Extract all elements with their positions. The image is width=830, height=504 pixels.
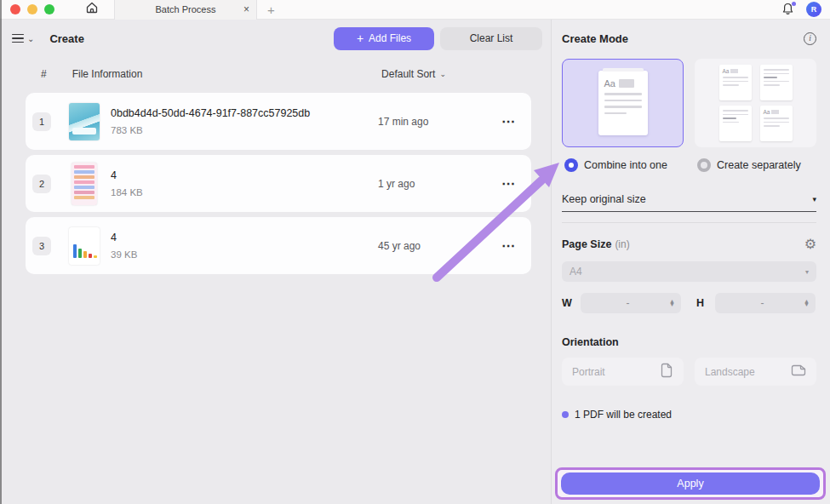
plus-icon: + bbox=[357, 32, 363, 44]
height-value: - bbox=[721, 297, 804, 309]
window-title-bar: Batch Process × + R bbox=[0, 0, 830, 20]
doc-sample-text: Aa bbox=[723, 68, 730, 74]
row-number-badge: 3 bbox=[32, 237, 51, 255]
radio-selected-icon bbox=[564, 158, 578, 172]
file-size: 39 KB bbox=[111, 249, 378, 260]
file-size: 184 KB bbox=[111, 187, 378, 198]
file-thumbnail bbox=[68, 163, 100, 204]
tab-title: Batch Process bbox=[156, 4, 216, 14]
file-size: 783 KB bbox=[111, 125, 378, 135]
doc-sample-text: Aa bbox=[604, 78, 615, 89]
user-avatar[interactable]: R bbox=[806, 2, 821, 17]
tab-batch-process[interactable]: Batch Process × bbox=[114, 0, 257, 20]
size-mode-dropdown[interactable]: Keep original size ▾ bbox=[562, 186, 816, 212]
file-name: 0bdb4d4d-50dd-4674-91f7-887cc57925db bbox=[111, 107, 378, 119]
page-size-label: Page Size bbox=[562, 238, 611, 250]
home-button[interactable] bbox=[80, 2, 104, 18]
stepper-arrows-icon[interactable]: ▲ ▼ bbox=[804, 300, 810, 306]
file-modified-time: 45 yr ago bbox=[378, 240, 490, 252]
default-sort-dropdown[interactable]: Default Sort ⌄ bbox=[381, 68, 446, 80]
doc-sample-text: Aa bbox=[764, 109, 770, 115]
table-row[interactable]: 3 4 39 KB 45 bbox=[26, 217, 531, 274]
home-icon bbox=[85, 1, 99, 18]
combine-into-one-radio[interactable]: Combine into one bbox=[564, 158, 697, 172]
landscape-button[interactable]: Landscape bbox=[695, 358, 816, 386]
status-text: 1 PDF will be created bbox=[575, 409, 672, 421]
minimize-window-button[interactable] bbox=[27, 4, 37, 14]
tab-close-icon[interactable]: × bbox=[243, 4, 249, 14]
add-files-button[interactable]: + Add Files bbox=[334, 27, 434, 50]
separate-radio-label: Create separately bbox=[717, 159, 801, 171]
file-name: 4 bbox=[111, 232, 378, 243]
menu-button[interactable]: ⌄ bbox=[12, 34, 34, 43]
height-input[interactable]: - ▲ ▼ bbox=[715, 293, 816, 313]
chevron-down-icon: ⌄ bbox=[439, 70, 446, 78]
file-modified-time: 17 min ago bbox=[378, 116, 490, 128]
apply-button[interactable]: Apply bbox=[561, 472, 820, 495]
portrait-button[interactable]: Portrait bbox=[562, 358, 684, 386]
traffic-lights bbox=[0, 4, 65, 14]
sort-label: Default Sort bbox=[381, 68, 435, 80]
landscape-label: Landscape bbox=[705, 366, 755, 378]
orientation-label: Orientation bbox=[562, 336, 816, 348]
row-menu-button[interactable]: ⋯ bbox=[490, 113, 516, 129]
apply-highlight-annotation: Apply bbox=[555, 467, 826, 500]
file-list-pane: ⌄ Create + Add Files Clear List # File I… bbox=[0, 20, 552, 504]
row-menu-button[interactable]: ⋯ bbox=[490, 238, 516, 254]
file-thumbnail bbox=[68, 101, 100, 142]
portrait-page-icon bbox=[660, 363, 673, 381]
chevron-down-icon: ⌄ bbox=[27, 34, 34, 43]
row-menu-button[interactable]: ⋯ bbox=[490, 175, 516, 192]
page-size-unit: (in) bbox=[615, 238, 629, 250]
combine-mode-card[interactable]: Aa bbox=[562, 59, 684, 147]
separate-mode-card[interactable]: Aa Aa bbox=[695, 59, 816, 147]
table-row[interactable]: 2 4 184 KB 1 yr ago bbox=[26, 155, 531, 212]
column-number: # bbox=[41, 68, 47, 80]
radio-unselected-icon bbox=[697, 158, 711, 172]
file-name: 4 bbox=[111, 169, 378, 181]
screen-edge bbox=[0, 0, 2, 504]
gear-icon[interactable]: ⚙ bbox=[804, 238, 816, 251]
zoom-window-button[interactable] bbox=[44, 4, 54, 14]
create-separately-radio[interactable]: Create separately bbox=[697, 158, 801, 172]
caret-down-icon: ▾ bbox=[812, 195, 816, 203]
width-input[interactable]: - ▲ ▼ bbox=[581, 293, 681, 313]
width-label: W bbox=[562, 297, 581, 309]
notifications-button[interactable] bbox=[781, 2, 796, 17]
page-size-preset-value: A4 bbox=[570, 266, 582, 278]
portrait-label: Portrait bbox=[572, 366, 605, 378]
column-file-information: File Information bbox=[72, 68, 143, 80]
panel-title: Create Mode bbox=[562, 32, 628, 45]
add-files-label: Add Files bbox=[369, 32, 411, 44]
close-window-button[interactable] bbox=[10, 4, 20, 14]
create-mode-panel: Create Mode i Aa Aa bbox=[552, 20, 830, 504]
combine-radio-label: Combine into one bbox=[584, 159, 667, 171]
section-divider bbox=[562, 222, 816, 223]
separate-documents-illustration: Aa Aa bbox=[719, 65, 793, 141]
table-row[interactable]: 1 0bdb4d4d-50dd-4674-91f7-887cc57925db 7… bbox=[26, 93, 531, 150]
hamburger-icon bbox=[12, 34, 24, 43]
bell-icon bbox=[781, 4, 795, 19]
clear-list-button[interactable]: Clear List bbox=[440, 27, 542, 50]
combined-document-illustration: Aa bbox=[598, 71, 648, 135]
new-tab-button[interactable]: + bbox=[267, 3, 275, 16]
size-mode-value: Keep original size bbox=[562, 193, 646, 205]
file-modified-time: 1 yr ago bbox=[378, 178, 490, 190]
width-value: - bbox=[587, 297, 669, 309]
file-thumbnail bbox=[68, 226, 100, 266]
notification-dot bbox=[792, 2, 796, 6]
status-dot bbox=[562, 411, 569, 418]
caret-down-icon: ▾ bbox=[805, 268, 809, 276]
height-label: H bbox=[696, 297, 715, 309]
page-title: Create bbox=[49, 32, 83, 45]
page-size-preset-dropdown[interactable]: A4 ▾ bbox=[562, 261, 816, 282]
landscape-page-icon bbox=[791, 364, 806, 381]
row-number-badge: 2 bbox=[32, 175, 51, 193]
list-header: # File Information Default Sort ⌄ bbox=[0, 60, 551, 88]
stepper-arrows-icon[interactable]: ▲ ▼ bbox=[669, 300, 675, 306]
row-number-badge: 1 bbox=[32, 112, 51, 131]
info-icon[interactable]: i bbox=[804, 32, 816, 45]
